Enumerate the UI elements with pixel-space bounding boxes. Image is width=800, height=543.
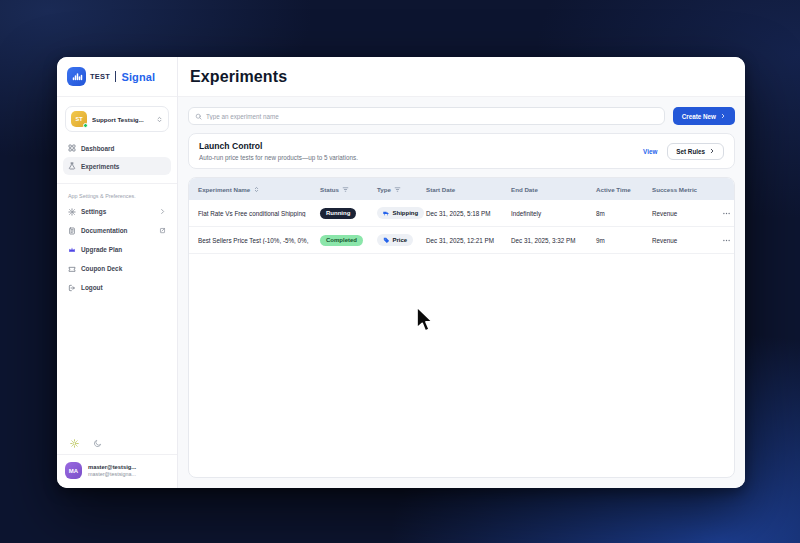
grid-icon <box>68 144 76 152</box>
row-menu-button[interactable] <box>722 209 731 218</box>
table-row[interactable]: Flat Rate Vs Free conditional Shipping R… <box>189 200 734 227</box>
brand-name-left: TEST <box>90 72 110 81</box>
user-account[interactable]: MA master@testsig... master@testsigna... <box>57 454 177 488</box>
start-date: Dec 31, 2025, 5:18 PM <box>426 210 511 217</box>
active-time: 8m <box>596 210 652 217</box>
status-badge: Completed <box>320 235 363 246</box>
sidebar-item-experiments[interactable]: Experiments <box>63 157 171 175</box>
active-time: 9m <box>596 237 652 244</box>
launch-control-card: Launch Control Auto-run price tests for … <box>188 133 735 169</box>
sidebar-settings-list: Settings Documentation Upgrade Plan Coup… <box>57 202 177 297</box>
create-new-button[interactable]: Create New <box>673 107 735 125</box>
search-input[interactable] <box>206 113 658 120</box>
workspace-selector[interactable]: ST Support Testsig... <box>65 106 169 132</box>
ellipsis-icon <box>722 209 731 218</box>
user-email-secondary: master@testsigna... <box>88 471 136 477</box>
workspace-avatar: ST <box>71 111 87 127</box>
page-header: Experiments <box>178 57 745 97</box>
moon-icon[interactable] <box>93 439 102 448</box>
row-menu-button[interactable] <box>722 236 731 245</box>
table-header-row: Experiment Name Status Type Start Date E… <box>189 178 734 200</box>
theme-toggle <box>57 433 177 454</box>
sidebar-nav: Dashboard Experiments <box>57 139 177 184</box>
type-badge: Shipping <box>377 207 424 219</box>
workspace-name: Support Testsig... <box>92 116 151 123</box>
search-icon <box>195 113 202 120</box>
sidebar-item-label: Documentation <box>81 227 128 234</box>
launch-control-text: Launch Control Auto-run price tests for … <box>199 141 633 161</box>
gear-icon <box>68 208 76 216</box>
sidebar-spacer <box>57 297 177 433</box>
document-icon <box>68 227 76 235</box>
app-window: TEST Signal ST Support Testsig... Dashbo… <box>57 57 745 488</box>
sidebar-item-label: Logout <box>81 284 103 291</box>
end-date: Dec 31, 2025, 3:32 PM <box>511 237 596 244</box>
launch-control-title: Launch Control <box>199 141 633 151</box>
online-status-dot <box>83 123 88 128</box>
success-metric: Revenue <box>652 210 722 217</box>
experiments-table: Experiment Name Status Type Start Date E… <box>188 177 735 478</box>
column-status: Status <box>320 186 377 193</box>
user-email-primary: master@testsig... <box>88 464 136 470</box>
content-area: Create New Launch Control Auto-run price… <box>178 97 745 488</box>
end-date: Indefinitely <box>511 210 596 217</box>
search-box[interactable] <box>188 107 665 125</box>
sidebar-item-label: Experiments <box>81 163 119 170</box>
ellipsis-icon <box>722 236 731 245</box>
sort-icon[interactable] <box>253 186 260 193</box>
chevron-right-icon <box>720 113 726 119</box>
external-link-icon <box>159 227 166 234</box>
sidebar: TEST Signal ST Support Testsig... Dashbo… <box>57 57 178 488</box>
brand-divider <box>115 71 117 82</box>
sun-icon[interactable] <box>70 439 79 448</box>
view-link[interactable]: View <box>643 148 657 155</box>
user-info: master@testsig... master@testsigna... <box>88 464 136 477</box>
sidebar-item-coupon-deck[interactable]: Coupon Deck <box>63 259 171 278</box>
table-row[interactable]: Best Sellers Price Test (-10%, -5%, 0%, … <box>189 227 734 254</box>
sidebar-item-settings[interactable]: Settings <box>63 202 171 221</box>
user-avatar: MA <box>65 462 82 479</box>
brand-logo: TEST Signal <box>57 57 177 97</box>
column-experiment-name: Experiment Name <box>198 186 320 193</box>
sidebar-item-dashboard[interactable]: Dashboard <box>63 139 171 157</box>
experiment-name: Best Sellers Price Test (-10%, -5%, 0%, <box>198 237 320 244</box>
type-badge: Price <box>377 234 413 246</box>
status-badge: Running <box>320 208 356 219</box>
sidebar-item-label: Upgrade Plan <box>81 246 122 253</box>
ticket-icon <box>68 265 76 273</box>
set-rules-button[interactable]: Set Rules <box>667 143 724 160</box>
page-title: Experiments <box>190 68 287 86</box>
truck-icon <box>383 210 390 217</box>
sidebar-item-documentation[interactable]: Documentation <box>63 221 171 240</box>
sidebar-item-upgrade-plan[interactable]: Upgrade Plan <box>63 240 171 259</box>
filter-icon[interactable] <box>394 186 401 193</box>
signal-bars-logo-icon <box>67 67 86 86</box>
logout-icon <box>68 284 76 292</box>
column-type: Type <box>377 186 426 193</box>
chevron-updown-icon <box>156 116 163 123</box>
price-tag-icon <box>383 237 390 244</box>
chevron-right-icon <box>709 148 715 154</box>
crown-icon <box>68 246 76 254</box>
start-date: Dec 31, 2025, 12:21 PM <box>426 237 511 244</box>
flask-icon <box>68 162 76 170</box>
create-new-label: Create New <box>682 113 716 120</box>
sidebar-item-label: Coupon Deck <box>81 265 122 272</box>
filter-icon[interactable] <box>342 186 349 193</box>
toolbar: Create New <box>188 107 735 125</box>
success-metric: Revenue <box>652 237 722 244</box>
sidebar-section-label: App Settings & Preferences. <box>57 184 177 202</box>
launch-control-subtitle: Auto-run price tests for new products—up… <box>199 154 633 161</box>
chevron-right-icon <box>159 208 166 215</box>
sidebar-item-label: Settings <box>81 208 106 215</box>
experiment-name: Flat Rate Vs Free conditional Shipping <box>198 210 320 217</box>
brand-name-right: Signal <box>121 71 155 83</box>
set-rules-label: Set Rules <box>676 148 705 155</box>
column-start-date: Start Date <box>426 186 511 193</box>
sidebar-item-label: Dashboard <box>81 145 114 152</box>
column-end-date: End Date <box>511 186 596 193</box>
column-success-metric: Success Metric <box>652 186 722 193</box>
column-active-time: Active Time <box>596 186 652 193</box>
sidebar-item-logout[interactable]: Logout <box>63 278 171 297</box>
main-panel: Experiments Create New Launch Control Au… <box>178 57 745 488</box>
